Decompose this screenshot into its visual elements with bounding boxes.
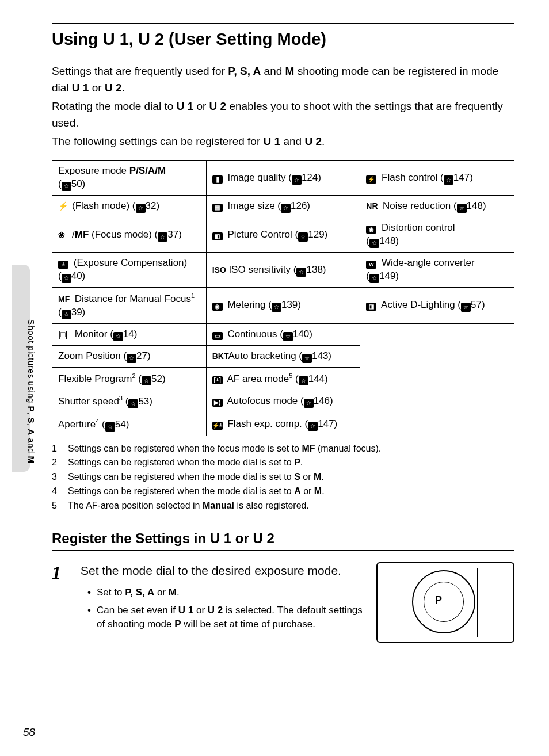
distortion-icon: ◉ <box>366 226 376 234</box>
monitor-icon: |□| <box>58 329 72 340</box>
cell-af-area: [+] AF area mode5 (☆144) <box>206 367 360 390</box>
footnotes: 1Settings can be registered when the foc… <box>52 442 514 513</box>
cell-active-dlighting: ◨ Active D-Lighting (☆57) <box>360 288 514 324</box>
cell-image-quality: ❚ Image quality (☆124) <box>206 161 360 196</box>
footnote-1: 1Settings can be registered when the foc… <box>52 442 514 456</box>
cell-image-size: ▦ Image size (☆126) <box>206 196 360 217</box>
dlighting-icon: ◨ <box>366 303 376 311</box>
cell-mf-distance: MF Distance for Manual Focus1(☆39) <box>52 288 207 324</box>
cell-iso: ISO ISO sensitivity (☆138) <box>206 253 360 288</box>
settings-table: Exposure mode P/S/A/M(☆50) ❚ Image quali… <box>52 160 514 436</box>
cell-monitor: |□| Monitor (☆14) <box>52 323 207 345</box>
flash-icon: ⚡ <box>58 201 72 212</box>
cell-flash-control: ⚡ Flash control (☆147) <box>360 161 514 196</box>
wide-angle-icon: w <box>366 261 376 269</box>
flash-exp-icon: ⚡± <box>212 422 223 430</box>
intro-p1: Settings that are frequently used for P,… <box>52 63 514 97</box>
mode-dial-illustration: P <box>376 562 514 643</box>
af-mode-icon: ▶) <box>212 399 223 407</box>
footnote-5: 5The AF-area position selected in Manual… <box>52 499 514 513</box>
manual-page: Shoot pictures using P, S, A and M Using… <box>0 0 549 756</box>
cell-wide-angle: w Wide-angle converter(☆149) <box>360 253 514 288</box>
bkt-icon: BKT <box>212 351 226 362</box>
page-number: 58 <box>23 726 35 739</box>
subsection-title: Register the Settings in U 1 or U 2 <box>52 530 514 551</box>
intro-p2: Rotating the mode dial to U 1 or U 2 ena… <box>52 98 514 132</box>
cell-zoom-position: Zoom Position (☆27) <box>52 345 207 367</box>
cell-flash-exp-comp: ⚡± Flash exp. comp. (☆147) <box>206 413 360 436</box>
footnote-2: 2Settings can be registered when the mod… <box>52 456 514 470</box>
macro-icon: ❀ <box>58 230 72 240</box>
side-section-label: Shoot pictures using P, S, A and M <box>26 319 36 464</box>
picture-control-icon: ◧ <box>212 232 223 240</box>
page-title: Using U 1, U 2 (User Setting Mode) <box>52 23 514 49</box>
step-1: 1 Set the mode dial to the desired expos… <box>52 562 514 643</box>
cell-exposure-mode: Exposure mode P/S/A/M(☆50) <box>52 161 207 196</box>
size-icon: ▦ <box>212 204 223 212</box>
quality-icon: ❚ <box>212 175 223 184</box>
cell-exposure-comp: ± (Exposure Compensation)(☆40) <box>52 253 207 288</box>
metering-icon: ◉ <box>212 303 223 311</box>
cell-metering: ◉ Metering (☆139) <box>206 288 360 324</box>
cell-picture-control: ◧ Picture Control (☆129) <box>206 217 360 253</box>
page-ref-icon: ☆ <box>62 182 71 191</box>
cell-shutter-speed: Shutter speed3 (☆53) <box>52 390 207 413</box>
cell-flexible-program: Flexible Program2 (☆52) <box>52 367 207 390</box>
cell-aperture: Aperture4 (☆54) <box>52 413 207 436</box>
nr-icon: NR <box>366 201 380 212</box>
cell-focus-mode: ❀/MF (Focus mode) (☆37) <box>52 217 207 253</box>
cell-auto-bracketing: BKT Auto bracketing (☆143) <box>206 345 360 367</box>
step-bullet-2: Can be set even if U 1 or U 2 is selecte… <box>87 604 365 632</box>
af-area-icon: [+] <box>212 376 223 384</box>
intro-block: Settings that are frequently used for P,… <box>52 63 514 150</box>
continuous-icon: ▭ <box>212 332 223 340</box>
cell-autofocus-mode: ▶) Autofocus mode (☆146) <box>206 390 360 413</box>
intro-p3: The following settings can be registered… <box>52 133 514 150</box>
cell-flash-mode: ⚡(Flash mode) (☆32) <box>52 196 207 217</box>
iso-icon: ISO <box>212 265 226 276</box>
cell-noise-reduction: NR Noise reduction (☆148) <box>360 196 514 217</box>
step-number: 1 <box>52 562 69 643</box>
step-bullet-1: Set to P, S, A or M. <box>87 586 365 600</box>
exp-comp-icon: ± <box>58 261 68 269</box>
cell-distortion-control: ◉ Distortion control(☆148) <box>360 217 514 253</box>
cell-continuous: ▭ Continuous (☆140) <box>206 323 360 345</box>
footnote-4: 4Settings can be registered when the mod… <box>52 484 514 499</box>
step-heading: Set the mode dial to the desired exposur… <box>81 562 365 579</box>
footnote-3: 3Settings can be registered when the mod… <box>52 470 514 484</box>
mf-icon: MF <box>58 294 72 305</box>
flash-control-icon: ⚡ <box>366 175 376 184</box>
